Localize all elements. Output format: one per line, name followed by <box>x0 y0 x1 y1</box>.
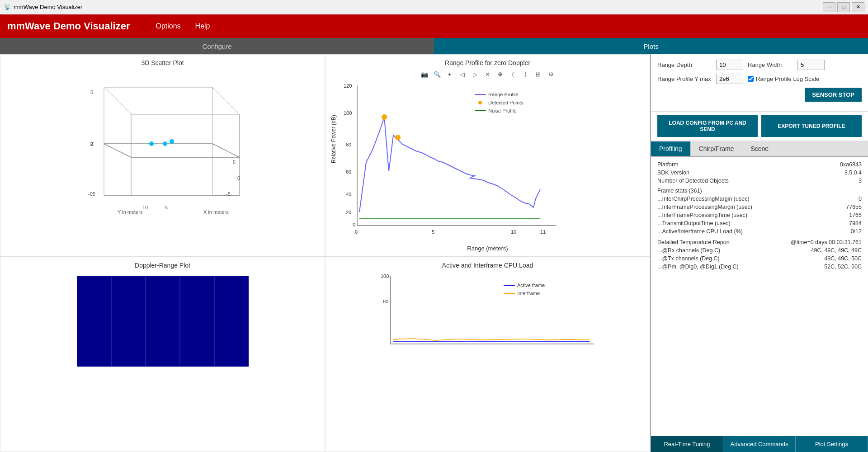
range-depth-input[interactable] <box>716 60 743 70</box>
stat-inter-frame-time: ...InterFrameProcessingTime (usec) 1765 <box>657 212 862 218</box>
frame-stats-header: Frame stats (361) <box>657 188 862 194</box>
svg-text:100: 100 <box>381 273 389 279</box>
pan-right-icon[interactable]: ▷ <box>470 69 480 79</box>
close-button[interactable]: ✕ <box>852 2 864 12</box>
svg-text:X in meters: X in meters <box>203 209 229 215</box>
log-scale-text: Range Profile Log Scale <box>756 75 819 82</box>
menubar: mmWave Demo Visualizer Options Help <box>0 14 868 38</box>
svg-text:-05: -05 <box>88 191 95 197</box>
info-tabs: Profiling Chirp/Frame Scene <box>651 141 868 157</box>
svg-line-13 <box>212 144 240 157</box>
tx-key: ...@Tx channels (Deg C) <box>657 255 720 262</box>
menu-help[interactable]: Help <box>188 19 217 34</box>
svg-point-18 <box>149 141 154 146</box>
transmit-key: ...TransmitOutputTime (usec) <box>657 220 731 226</box>
zoom-in-icon[interactable]: + <box>445 69 455 79</box>
svg-text:10: 10 <box>511 229 516 235</box>
plot-toolbar: 📷 🔍 + ◁ ▷ ✕ ✥ ⟨ ⟩ ⊞ ⚙ <box>420 69 556 79</box>
next-icon[interactable]: ⟩ <box>521 69 531 79</box>
export-profile-button[interactable]: EXPORT TUNED PROFILE <box>761 115 862 137</box>
stat-num-objects: Number of Detected Objects 3 <box>657 178 862 184</box>
tab-scene[interactable]: Scene <box>742 141 777 156</box>
inter-frame-margin-val: 77655 <box>846 204 862 210</box>
config-section: Range Depth Range Width Range Profile Y … <box>651 54 868 112</box>
stat-rx: ...@Rx channels (Deg C) 49C, 49C, 49C, 4… <box>657 247 862 254</box>
transmit-val: 7984 <box>849 220 862 226</box>
tab-chirp-frame[interactable]: Chirp/Frame <box>691 141 743 156</box>
move-icon[interactable]: ✥ <box>495 69 505 79</box>
svg-text:80: 80 <box>383 299 388 304</box>
config-row-2: Range Profile Y max Range Profile Log Sc… <box>657 74 862 84</box>
cpu-load-key: ...Active/Interframe CPU Load (%) <box>657 228 743 235</box>
range-width-input[interactable] <box>797 60 825 70</box>
bottom-tab-advanced[interactable]: Advanced Commands <box>723 436 796 452</box>
tab-plots[interactable]: Plots <box>434 38 868 54</box>
settings-icon[interactable]: ⚙ <box>546 69 556 79</box>
app-title: mmWave Demo Visualizer <box>7 20 139 32</box>
app-icon: 📡 <box>4 4 11 10</box>
svg-text:0: 0 <box>237 175 240 181</box>
range-profile-title: Range Profile for zero Doppler <box>445 59 530 66</box>
cpu-plot-title: Active and Interframe CPU Load <box>442 262 533 269</box>
pan-left-icon[interactable]: ◁ <box>458 69 467 79</box>
svg-text:10: 10 <box>142 205 148 210</box>
svg-line-15 <box>104 144 131 157</box>
inter-frame-margin-key: ...InterFrameProcessingMargin (usec) <box>657 204 752 210</box>
titlebar-controls: — □ ✕ <box>823 2 864 12</box>
grid-icon[interactable]: ⊞ <box>533 69 543 79</box>
menu-options[interactable]: Options <box>148 19 188 34</box>
num-objects-key: Number of Detected Objects <box>657 178 729 184</box>
stat-pm: ...@Pm, @Dig0, @Dig1 (Deg C) 52C, 52C, 5… <box>657 264 862 270</box>
temp-report-time: @time=0 days 00:03:31.761 <box>791 239 862 245</box>
svg-text:-5: -5 <box>226 191 231 197</box>
svg-text:0: 0 <box>90 141 93 147</box>
scatter-plot-title: 3D Scatter Plot <box>141 59 184 66</box>
log-scale-checkbox[interactable] <box>748 76 754 82</box>
config-row-3: SENSOR STOP <box>657 88 862 102</box>
range-profile-panel: Range Profile for zero Doppler 📷 🔍 + ◁ ▷… <box>325 54 650 257</box>
titlebar-left: 📡 mmWave Demo Visualizer <box>4 4 82 10</box>
bottom-tab-real-time[interactable]: Real-Time Tuning <box>651 436 723 452</box>
scatter-3d-canvas: Z 5 0 -05 Y in meters X in meters 10 5 -… <box>77 69 249 223</box>
camera-icon[interactable]: 📷 <box>420 69 429 79</box>
inter-frame-time-key: ...InterFrameProcessingTime (usec) <box>657 212 747 218</box>
bottom-tab-plot-settings[interactable]: Plot Settings <box>796 436 868 452</box>
svg-text:Detected Points: Detected Points <box>488 100 524 105</box>
svg-line-2 <box>104 87 131 114</box>
svg-text:60: 60 <box>346 169 351 174</box>
range-y-max-label: Range Profile Y max <box>657 75 712 82</box>
maximize-button[interactable]: □ <box>837 2 850 12</box>
svg-point-49 <box>478 101 482 104</box>
close-plot-icon[interactable]: ✕ <box>483 69 493 79</box>
range-y-max-input[interactable] <box>716 74 743 84</box>
range-depth-label: Range Depth <box>657 61 712 68</box>
stat-temp-report: Detailed Temperature Report @time=0 days… <box>657 239 862 245</box>
right-panel: Range Depth Range Width Range Profile Y … <box>651 54 868 452</box>
tab-profiling[interactable]: Profiling <box>651 141 691 156</box>
svg-text:0: 0 <box>353 222 355 227</box>
stat-inter-frame-margin: ...InterFrameProcessingMargin (usec) 776… <box>657 204 862 210</box>
svg-point-45 <box>395 135 401 140</box>
inter-frame-time-val: 1765 <box>849 212 862 218</box>
range-chart-container: 120 100 80 60 40 20 0 0 5 10 11 Relative… <box>330 81 645 252</box>
tab-configure[interactable]: Configure <box>0 38 434 54</box>
minimize-button[interactable]: — <box>823 2 835 12</box>
sdk-key: SDK Version <box>657 170 689 176</box>
doppler-plot-title: Doppler-Range Plot <box>135 262 190 269</box>
log-scale-label[interactable]: Range Profile Log Scale <box>748 75 819 82</box>
platform-key: Platform <box>657 161 679 168</box>
svg-text:20: 20 <box>346 210 351 215</box>
svg-text:120: 120 <box>344 83 352 89</box>
sensor-stop-button[interactable]: SENSOR STOP <box>805 88 862 102</box>
svg-text:5: 5 <box>165 205 168 210</box>
doppler-plot-panel: Doppler-Range Plot <box>0 257 325 452</box>
load-config-button[interactable]: LOAD CONFIG FROM PC AND SEND <box>657 115 758 137</box>
prev-icon[interactable]: ⟨ <box>508 69 518 79</box>
titlebar-title: mmWave Demo Visualizer <box>14 4 82 10</box>
plots-area: 3D Scatter Plot <box>0 54 651 452</box>
range-width-label: Range Width <box>748 61 793 68</box>
svg-text:5: 5 <box>233 160 236 165</box>
zoom-icon[interactable]: 🔍 <box>432 69 442 79</box>
svg-line-1 <box>212 87 240 114</box>
svg-text:100: 100 <box>344 110 352 116</box>
